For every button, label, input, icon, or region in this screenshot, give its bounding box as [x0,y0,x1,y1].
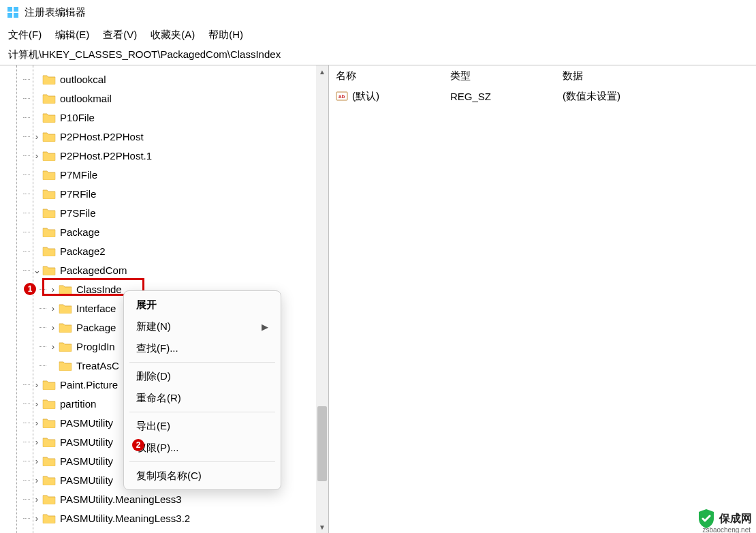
col-name[interactable]: 名称 [336,70,450,82]
tree-item-label: PASMUtility [60,474,113,486]
folder-icon [42,245,56,256]
tree-item[interactable]: P7RFile [0,184,328,203]
cm-rename-label: 重命名(R) [136,392,181,405]
cm-permissions[interactable]: 权限(P)... [124,437,281,459]
menu-favorites[interactable]: 收藏夹(A) [151,29,195,42]
cm-find[interactable]: 查找(F)... [124,337,281,359]
tree-scrollbar[interactable]: ▲ ▼ [316,65,328,533]
values-pane: 名称 类型 数据 ab (默认) REG_SZ (数值未设置) [329,65,756,533]
tree-item-label: P7RFile [60,188,96,200]
chevron-right-icon[interactable]: › [31,513,42,523]
scroll-down-icon[interactable]: ▼ [316,521,328,533]
tree-item-label: P7MFile [60,169,97,181]
chevron-right-icon[interactable]: › [31,399,42,409]
menu-view[interactable]: 查看(V) [103,29,137,42]
folder-icon [59,360,72,371]
watermark-brand: 保成网 [719,512,752,526]
regedit-icon [7,6,19,18]
tree-item-label: outlookcal [60,74,106,85]
tree-item[interactable]: Package2 [0,241,328,260]
cm-export[interactable]: 导出(E) [124,415,281,437]
cm-rename[interactable]: 重命名(R) [124,387,281,409]
menu-help[interactable]: 帮助(H) [208,29,243,42]
cm-copy-key-name-label: 复制项名称(C) [136,470,202,483]
chevron-right-icon[interactable]: › [31,475,42,485]
addressbar[interactable]: 计算机\HKEY_CLASSES_ROOT\PackagedCom\ClassI… [0,45,756,65]
menu-edit[interactable]: 编辑(E) [55,29,89,42]
svg-rect-3 [14,13,18,18]
tree-item-label: PASMUtility [60,436,113,448]
tree-item-label: PASMUtility [60,455,113,467]
tree-item[interactable]: ›PASMUtility.MeaningLess3 [0,489,328,508]
tree-item[interactable]: ⌄PackagedCom [0,260,328,279]
folder-icon [59,322,72,333]
address-path: 计算机\HKEY_CLASSES_ROOT\PackagedCom\ClassI… [8,48,281,61]
content-area: outlookcaloutlookmailP10File›P2PHost.P2P… [0,65,756,533]
folder-icon [42,207,56,218]
folder-icon [42,436,56,447]
value-name: (默认) [352,90,379,103]
tree-item[interactable]: ›P2PHost.P2PHost.1 [0,146,328,165]
chevron-right-icon[interactable]: › [48,322,59,333]
cm-expand-label: 展开 [136,299,157,311]
tree-item[interactable]: ›PASMUtility.MeaningLess3.2 [0,508,328,528]
svg-rect-2 [7,13,12,18]
scrollbar-thumb[interactable] [317,406,327,481]
cm-copy-key-name[interactable]: 复制项名称(C) [124,465,281,487]
cm-separator-3 [129,461,275,462]
tree-item-label: Paint.Picture [60,379,118,391]
chevron-right-icon[interactable]: › [48,341,59,352]
tree-item-label: ClassInde [76,284,122,295]
chevron-right-icon[interactable]: › [31,132,42,142]
cm-expand[interactable]: 展开 [124,294,281,316]
chevron-right-icon[interactable]: › [31,151,42,161]
tree-item[interactable]: P10File [0,108,328,127]
chevron-down-icon[interactable]: ⌄ [31,265,42,275]
tree-item-label: Package [76,322,116,333]
value-data: (数值未设置) [563,90,756,103]
folder-icon [42,226,56,237]
scroll-up-icon[interactable]: ▲ [316,65,328,78]
chevron-right-icon[interactable]: › [31,418,42,428]
folder-icon [42,455,56,466]
value-row[interactable]: ab (默认) REG_SZ (数值未设置) [329,87,756,106]
values-header: 名称 类型 数据 [329,70,756,82]
col-type[interactable]: 类型 [450,70,563,82]
tree-item[interactable]: outlookcal [0,70,328,89]
folder-icon [42,474,56,485]
tree-item[interactable]: Package [0,222,328,241]
chevron-right-icon[interactable]: › [31,380,42,390]
chevron-right-icon[interactable]: › [48,284,59,294]
chevron-right-icon[interactable]: › [31,456,42,466]
cm-new-label: 新建(N) [136,320,171,333]
tree-item[interactable]: P7SFile [0,203,328,222]
folder-icon [42,188,56,199]
tree-item-label: P10File [60,112,95,123]
folder-icon [42,150,56,161]
tree-item[interactable]: P7MFile [0,165,328,184]
cm-new[interactable]: 新建(N) ▶ [124,316,281,337]
cm-export-label: 导出(E) [136,420,170,433]
folder-icon [42,398,56,409]
tree-item[interactable]: ›P2PHost.P2PHost [0,127,328,146]
folder-icon [42,379,56,390]
tree-item-label: P2PHost.P2PHost.1 [60,150,152,162]
tree-item-label: PackagedCom [60,264,127,276]
chevron-right-icon[interactable]: › [31,494,42,504]
chevron-right-icon[interactable]: › [48,303,59,314]
tree-item-label: P2PHost.P2PHost [60,131,144,142]
submenu-arrow-icon: ▶ [262,322,268,332]
tree-item-label: Package [60,226,99,238]
chevron-right-icon[interactable]: › [31,437,42,447]
cm-delete[interactable]: 删除(D) [124,365,281,387]
tree-item[interactable]: outlookmail [0,89,328,108]
col-data[interactable]: 数据 [563,70,756,82]
menu-file[interactable]: 文件(F) [8,29,42,42]
folder-icon [42,513,56,523]
tree-item-label: ProgIdIn [76,341,115,352]
folder-icon [42,74,56,85]
value-type: REG_SZ [450,91,563,102]
folder-icon [42,131,56,142]
folder-icon [42,264,56,275]
folder-icon [42,169,56,180]
